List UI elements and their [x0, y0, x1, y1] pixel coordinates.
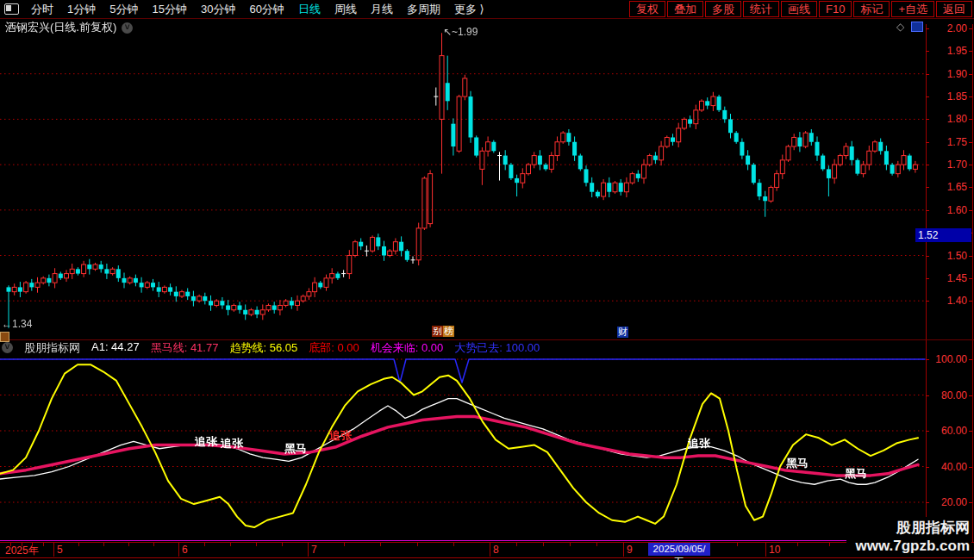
week-tick — [543, 543, 544, 546]
axis-tick — [969, 210, 972, 211]
action-button-7[interactable]: +自选 — [891, 1, 934, 17]
axis-tick — [926, 74, 929, 75]
top-toolbar: 分时1分钟5分钟15分钟30分钟60分钟日线周线月线多周期更多 ⟩ 复权叠加多股… — [0, 0, 974, 18]
action-button-4[interactable]: 画线 — [781, 1, 817, 17]
month-label: 8 — [493, 544, 499, 556]
period-tab-6[interactable]: 日线 — [291, 3, 328, 16]
indicator-source-name: 股朋指标网 — [24, 340, 80, 356]
bottom-border — [0, 557, 974, 558]
week-tick — [43, 543, 44, 546]
indicator-value-5: 机会来临: 0.00 — [371, 340, 444, 356]
period-tab-5[interactable]: 60分钟 — [242, 3, 290, 16]
diamond-icon[interactable]: ◇ — [896, 21, 904, 33]
week-tick — [797, 543, 798, 546]
indicator-value-3: 趋势线: 56.05 — [229, 340, 297, 356]
action-button-5[interactable]: F10 — [819, 1, 852, 17]
signal-label: 黑马 — [284, 441, 307, 457]
signal-label: 追张 — [195, 434, 217, 450]
axis-tick — [969, 431, 972, 432]
chevron-down-icon[interactable]: ˅ — [122, 22, 133, 34]
date-axis — [0, 543, 974, 557]
price-axis-label: 1.45 — [931, 272, 967, 284]
indicator-value-2: 黑马线: 41.77 — [151, 340, 219, 356]
action-button-6[interactable]: 标记 — [853, 1, 890, 17]
event-marker-1[interactable]: 财 — [617, 327, 628, 338]
period-tabs: 分时1分钟5分钟15分钟30分钟60分钟日线周线月线多周期更多 ⟩ — [24, 1, 491, 17]
axis-tick — [926, 187, 929, 188]
period-tab-7[interactable]: 周线 — [328, 3, 364, 16]
week-tick — [596, 543, 597, 546]
month-separator — [53, 543, 54, 557]
selected-date-box: 2025/09/05/五 — [648, 543, 710, 556]
period-tab-1[interactable]: 1分钟 — [60, 3, 103, 16]
toolbar-divider — [0, 18, 974, 19]
week-tick — [282, 543, 283, 546]
chart-corner-tools: ◇ — [896, 21, 923, 33]
action-button-8[interactable]: 返回 — [936, 1, 972, 17]
action-button-3[interactable]: 统计 — [743, 1, 779, 17]
indicator-axis-label: 80.00 — [931, 389, 967, 401]
axis-tick — [969, 51, 972, 52]
axis-tick — [926, 359, 929, 360]
axis-tick — [926, 395, 929, 396]
axis-tick — [926, 278, 929, 279]
chevron-down-icon[interactable]: ˅ — [2, 342, 13, 353]
axis-tick — [926, 51, 929, 52]
period-tab-3[interactable]: 15分钟 — [145, 3, 193, 16]
axis-tick — [969, 142, 972, 143]
event-marker-char: 别 — [432, 326, 443, 337]
action-button-1[interactable]: 叠加 — [667, 1, 703, 17]
period-tab-0[interactable]: 分时 — [24, 3, 60, 16]
event-marker-0[interactable]: 别榜 — [432, 326, 454, 337]
high-price-annotation: ↖~1.99 — [443, 26, 478, 38]
year-label: 2025年 — [5, 544, 39, 558]
week-tick — [737, 543, 738, 546]
axis-tick — [969, 119, 972, 120]
axis-tick — [926, 96, 929, 97]
price-axis-label: 1.60 — [931, 204, 967, 216]
indicator-value-4: 底部: 0.00 — [309, 340, 359, 356]
period-tab-2[interactable]: 5分钟 — [103, 3, 145, 16]
price-axis-label: 1.95 — [931, 45, 967, 57]
indicator-values: 股朋指标网A1: 44.27黑马线: 41.77趋势线: 56.05底部: 0.… — [24, 340, 540, 356]
month-separator — [623, 543, 624, 557]
axis-tick — [969, 165, 972, 165]
axis-tick — [969, 187, 972, 188]
panel-bottom-divider — [0, 540, 929, 541]
period-tab-10[interactable]: 更多 ⟩ — [447, 3, 491, 16]
axis-divider-line — [926, 24, 927, 557]
right-border-line — [972, 24, 973, 557]
action-button-2[interactable]: 多股 — [705, 1, 741, 17]
axis-tick — [969, 278, 972, 279]
axis-tick — [926, 210, 929, 211]
indicator-header: ˅ 股朋指标网A1: 44.27黑马线: 41.77趋势线: 56.05底部: … — [2, 341, 540, 354]
axis-tick — [969, 359, 972, 360]
indicator-axis-label: 100.00 — [931, 353, 967, 365]
indicator-chart-canvas[interactable] — [0, 355, 926, 540]
week-tick — [230, 543, 231, 546]
month-label: 7 — [311, 544, 317, 556]
panel-toggle-icon[interactable] — [911, 22, 923, 32]
layout-split-icon[interactable] — [4, 3, 19, 15]
action-button-0[interactable]: 复权 — [629, 1, 665, 17]
period-tab-9[interactable]: 多周期 — [400, 3, 447, 16]
month-separator — [765, 543, 766, 557]
axis-tick — [969, 502, 972, 503]
stock-app-window: { "toolbar": { "periods": ["分时","1分钟","5… — [0, 0, 974, 560]
month-separator — [308, 543, 309, 557]
indicator-value-6: 大势已去: 100.00 — [454, 340, 540, 356]
week-tick — [453, 543, 454, 546]
week-tick — [417, 543, 418, 546]
period-tab-4[interactable]: 30分钟 — [194, 3, 242, 16]
indicator-value-1: A1: 44.27 — [91, 340, 140, 356]
axis-tick — [926, 431, 929, 432]
signal-label: 追张 — [329, 428, 352, 444]
candlestick-chart-canvas[interactable] — [0, 24, 926, 336]
period-tab-8[interactable]: 月线 — [364, 3, 400, 16]
chart-title[interactable]: 酒钢宏兴(日线.前复权) ˅ — [5, 20, 133, 35]
price-axis-label: 1.65 — [931, 181, 967, 193]
week-tick — [256, 543, 257, 546]
axis-tick — [926, 28, 929, 29]
week-tick — [829, 543, 830, 546]
signal-label: 黑马 — [786, 456, 809, 471]
